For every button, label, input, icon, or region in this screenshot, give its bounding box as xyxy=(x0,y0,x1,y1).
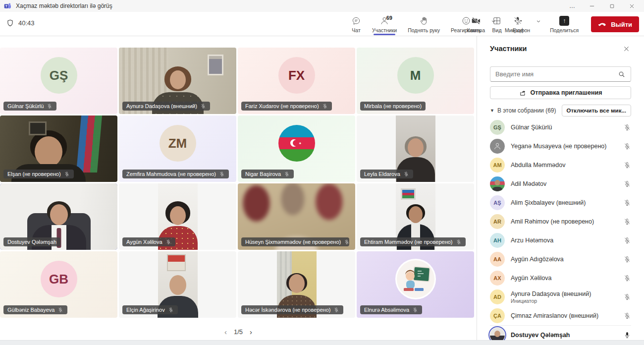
chat-button[interactable]: Чат xyxy=(346,13,367,35)
mic-off-icon[interactable] xyxy=(623,312,631,320)
video-tile[interactable]: ✦ Nigar Başirova xyxy=(238,115,355,182)
video-tile[interactable]: M Mirbala (не проверено) xyxy=(357,48,474,114)
teams-logo-icon xyxy=(4,2,12,10)
participants-button[interactable]: 69 Участники xyxy=(367,13,402,35)
avatar: AR xyxy=(490,214,505,229)
in-meeting-section-label[interactable]: ▼ В этом собрании (69) xyxy=(490,107,556,114)
raise-hand-button[interactable]: Поднять руку xyxy=(402,13,445,35)
video-tile[interactable]: Dostuyev Qələmşah xyxy=(0,183,117,250)
mic-off-icon xyxy=(333,307,339,313)
mic-off-icon xyxy=(219,171,225,177)
mute-all-button[interactable]: Отключить все мик... xyxy=(562,105,632,116)
avatar: AA xyxy=(490,252,505,267)
participant-row[interactable]: AXAygün Xəlilova xyxy=(490,269,631,288)
window-minimize-button[interactable] xyxy=(584,0,600,11)
video-tile[interactable]: Elnurə Absəlimova xyxy=(357,251,474,318)
video-tile[interactable]: ZM Zemfira Mahmudova (не проверено) xyxy=(119,115,236,182)
window-more-button[interactable]: … xyxy=(564,0,581,11)
avatar: FX xyxy=(278,57,315,94)
mic-off-icon xyxy=(47,103,53,109)
participant-row[interactable]: Adil Mədətov xyxy=(490,174,631,193)
phone-down-icon xyxy=(598,20,607,29)
shield-icon xyxy=(6,19,14,27)
mic-off-icon xyxy=(403,171,409,177)
window-close-button[interactable] xyxy=(623,0,640,11)
microphone-button[interactable]: Микрофон xyxy=(499,13,536,35)
mic-off-icon[interactable] xyxy=(623,236,631,244)
leave-button[interactable]: Выйти xyxy=(591,16,639,32)
mic-off-icon[interactable] xyxy=(623,255,631,263)
video-stage: GŞ Gülnar Şükürlü Aynurə Dadaşova (внешн… xyxy=(0,36,477,340)
page-prev-button[interactable]: ‹ xyxy=(224,328,227,336)
video-tile[interactable]: FX Fariz Xudarov (не проверено) xyxy=(238,48,355,114)
video-tile[interactable]: Elşan (не проверено) xyxy=(0,115,117,182)
share-icon: ↑ xyxy=(559,16,569,26)
person-avatar-icon xyxy=(490,139,505,154)
bottom-strip xyxy=(0,340,644,345)
participant-row[interactable]: AMAbdulla Məmmədov xyxy=(490,156,631,174)
panel-close-button[interactable] xyxy=(621,44,631,54)
send-invite-button[interactable]: Отправка приглашения xyxy=(490,86,631,99)
photo-avatar xyxy=(490,328,505,341)
mic-off-icon[interactable] xyxy=(623,199,631,207)
tile-name-label: Dostuyev Qələmşah xyxy=(3,237,60,246)
video-tile[interactable]: Hüseyn Şixməmmədov (не проверено) xyxy=(238,183,355,250)
mic-off-icon[interactable] xyxy=(623,180,631,188)
window-maximize-button[interactable] xyxy=(603,0,620,11)
participant-suffix: (внешний) xyxy=(562,290,591,297)
participant-row[interactable]: ÇAÇimnaz Amiraslanov (внешний) xyxy=(490,306,631,325)
close-icon xyxy=(623,45,630,53)
video-tile[interactable]: Elçin Ağaşirinov xyxy=(119,251,236,318)
participant-row[interactable]: AŞAlim Şixbalayev (внешний) xyxy=(490,193,631,212)
tile-name-label: Elşan (не проверено) xyxy=(3,170,74,178)
tile-name-label: Aygün Xəlilova xyxy=(122,237,175,246)
participant-search[interactable] xyxy=(490,66,631,82)
mic-off-icon[interactable] xyxy=(623,161,631,169)
cartoon-avatar xyxy=(397,260,434,298)
invite-share-icon xyxy=(519,89,527,97)
video-tile[interactable]: GB Gülbəniz Babayeva xyxy=(0,251,117,318)
tile-name-label: Ehtiram Məmmədov (не проверено) xyxy=(360,237,466,246)
mic-on-icon[interactable] xyxy=(623,331,631,339)
video-tile[interactable]: Aygün Xəlilova xyxy=(119,183,236,250)
participant-suffix: (не проверено) xyxy=(551,218,594,225)
participant-row[interactable]: AAAygün Adıgözəlova xyxy=(490,250,631,269)
participant-row[interactable]: AHArzu Hətəmova xyxy=(490,231,631,250)
mic-off-icon[interactable] xyxy=(623,123,631,131)
avatar: AX xyxy=(490,271,505,286)
mic-off-icon xyxy=(513,16,523,26)
participant-name: Adil Mədətov xyxy=(511,180,617,187)
participant-row[interactable]: ADAynurə Dadaşova (внешний)Инициатор xyxy=(490,288,631,306)
tile-name-label: Leyla Eldarova xyxy=(360,170,413,178)
participant-row[interactable]: GŞGülnar Şükürlü xyxy=(490,118,631,137)
participant-name: Amil Rəhimov (не проверено) xyxy=(511,218,617,225)
participant-row[interactable]: Yeganə Musayeva (не проверено) xyxy=(490,137,631,156)
video-tile[interactable]: Aynurə Dadaşova (внешний) xyxy=(119,48,236,114)
camera-dropdown-chevron-icon[interactable] xyxy=(490,18,496,24)
mic-dropdown-chevron-icon[interactable] xyxy=(536,18,541,24)
video-tile[interactable]: GŞ Gülnar Şükürlü xyxy=(0,48,117,114)
participant-row[interactable]: ARAmil Rəhimov (не проверено) xyxy=(490,212,631,231)
camera-button[interactable]: Камера xyxy=(461,13,490,35)
share-button[interactable]: ↑ Поделиться xyxy=(544,13,584,35)
meeting-timer: 40:43 xyxy=(6,19,35,27)
mic-off-icon[interactable] xyxy=(623,293,631,301)
mic-off-icon[interactable] xyxy=(623,142,631,150)
mic-off-icon[interactable] xyxy=(623,218,631,226)
tile-name-label: Həcər İskəndərova (не проверено) xyxy=(241,305,343,314)
participant-name: Aygün Xəlilova xyxy=(511,275,617,282)
avatar: M xyxy=(397,57,434,94)
tile-name-label: Fariz Xudarov (не проверено) xyxy=(241,102,332,111)
search-input[interactable] xyxy=(495,70,618,78)
video-tile[interactable]: Həcər İskəndərova (не проверено) xyxy=(238,251,355,318)
avatar: GŞ xyxy=(41,57,77,94)
participant-row[interactable]: Dostuyev Qələmşah xyxy=(490,325,631,340)
participant-name: Gülnar Şükürlü xyxy=(511,124,617,131)
video-tile[interactable]: Leyla Eldarova xyxy=(357,115,474,182)
video-tile[interactable]: Ehtiram Məmmədov (не проверено) xyxy=(357,183,474,250)
participant-name: Alim Şixbalayev (внешний) xyxy=(511,199,617,206)
grid-pagination: ‹ 1/5 › xyxy=(0,328,477,336)
mic-off-icon[interactable] xyxy=(623,274,631,282)
panel-title: Участники xyxy=(490,45,527,53)
page-next-button[interactable]: › xyxy=(250,328,252,336)
